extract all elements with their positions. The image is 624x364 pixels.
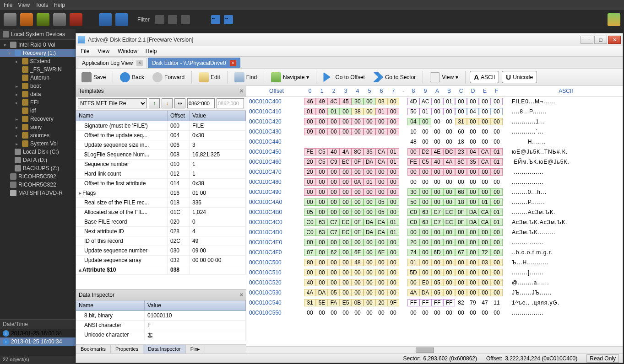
hex-byte[interactable]: 00 [316, 279, 328, 286]
hex-byte[interactable]: 00 [419, 229, 431, 236]
hex-byte[interactable]: 00 [479, 179, 491, 185]
template-row[interactable]: Base FILE record0200 [76, 217, 246, 227]
stop-icon[interactable] [70, 13, 82, 26]
hex-byte[interactable]: 46 [304, 98, 316, 105]
hex-byte[interactable]: 00 [304, 269, 316, 276]
hex-byte[interactable]: 00 [455, 269, 467, 276]
hex-byte[interactable]: 00 [455, 108, 467, 115]
hex-byte[interactable]: CA [479, 219, 491, 226]
hex-byte[interactable]: 00 [443, 310, 455, 316]
hex-byte[interactable]: 04 [467, 108, 479, 115]
hex-byte[interactable]: FE [407, 158, 419, 166]
hex-byte[interactable]: 00 [419, 310, 431, 316]
chart-icon[interactable] [608, 13, 620, 26]
hex-byte[interactable]: 00 [479, 279, 491, 286]
hex-byte[interactable]: 01 [387, 219, 399, 226]
inspector-grid[interactable]: Name Value 8 bit, binary01000110ANSI cha… [76, 300, 246, 344]
hex-byte[interactable]: 00 [455, 179, 467, 185]
template-row[interactable]: Hard link count0121 [76, 169, 246, 179]
hex-byte[interactable]: 00 [316, 209, 328, 216]
hex-byte[interactable]: 00 [467, 179, 479, 185]
hex-byte[interactable]: 38 [352, 108, 364, 115]
col-value[interactable]: Value [145, 300, 246, 310]
hex-byte[interactable]: 4A [407, 289, 419, 296]
hex-byte[interactable]: C5 [316, 148, 328, 155]
hex-byte[interactable]: D2 [419, 148, 431, 155]
hex-byte[interactable]: 18 [455, 139, 467, 145]
goto-offset-button[interactable]: Go to Offset [320, 70, 367, 84]
hex-byte[interactable]: 00 [491, 108, 503, 115]
hex-byte[interactable]: 00 [455, 310, 467, 316]
hex-byte[interactable]: 00 [443, 118, 455, 125]
hex-byte[interactable]: 00 [443, 179, 455, 185]
hex-byte[interactable]: 00 [467, 289, 479, 296]
hex-byte[interactable]: 00 [431, 239, 443, 246]
hex-byte[interactable]: 00 [375, 168, 387, 176]
hex-byte[interactable]: 4A [340, 148, 352, 155]
hex-byte[interactable]: 00 [352, 188, 364, 196]
link-button[interactable]: ⇔ [174, 98, 185, 108]
template-row[interactable]: Update sequence number03009 00 [76, 246, 246, 256]
hex-byte[interactable]: 00 [419, 139, 431, 145]
quickscan-icon[interactable] [20, 13, 33, 26]
hex-byte[interactable]: DA [467, 209, 479, 216]
hex-byte[interactable]: 20 [304, 158, 316, 166]
hex-byte[interactable]: 00 [443, 269, 455, 276]
hex-byte[interactable]: C7 [431, 219, 443, 226]
hex-byte[interactable]: EC [340, 219, 352, 226]
hex-byte[interactable]: 05 [328, 289, 340, 296]
hex-byte[interactable]: 00 [375, 178, 387, 186]
template-row[interactable]: Offset to the update seq...0040x30 [76, 131, 246, 140]
hex-byte[interactable]: 00 [455, 239, 467, 246]
tab-log-view[interactable]: Application Log View × [78, 58, 147, 68]
template-row[interactable]: $LogFile Sequence Num...00816,821,325 [76, 150, 246, 160]
hex-byte[interactable]: 45 [340, 98, 352, 105]
tree-item[interactable]: ▸sources [0, 131, 76, 139]
inspector-tab[interactable]: Bookmarks [76, 345, 111, 353]
hex-byte[interactable]: 00 [431, 198, 443, 206]
tree-item[interactable]: ▸System Vol [0, 139, 76, 148]
hex-byte[interactable]: C0 [407, 209, 419, 216]
menu-file[interactable]: File [4, 2, 12, 8]
hex-byte[interactable]: 31 [455, 118, 467, 125]
hex-byte[interactable]: 00 [375, 128, 387, 135]
expand-icon[interactable]: ▸ [16, 133, 20, 138]
hex-byte[interactable]: 00 [304, 188, 316, 196]
hex-byte[interactable]: 00 [340, 209, 352, 216]
tree-item[interactable]: RICOHR5C822 [0, 181, 76, 189]
hex-byte[interactable]: 00 [443, 188, 455, 196]
hex-byte[interactable]: 00 [352, 128, 364, 135]
menu-help[interactable]: Help [54, 2, 65, 8]
hex-byte[interactable]: 00 [328, 128, 340, 135]
expand-icon[interactable]: ▾ [4, 43, 8, 48]
hex-byte[interactable]: 00 [364, 98, 375, 105]
hex-byte[interactable]: 0F [352, 158, 364, 166]
template-row[interactable]: ID of this record02C49 [76, 236, 246, 246]
inner-menu-window[interactable]: Window [118, 48, 137, 54]
hex-byte[interactable]: 00 [364, 310, 375, 316]
hex-byte[interactable]: 31 [304, 299, 316, 306]
maximize-button[interactable]: □ [594, 36, 607, 44]
hex-byte[interactable]: 00 [491, 279, 503, 286]
tree-item[interactable]: idf [0, 107, 76, 115]
hex-byte[interactable]: 00 [407, 279, 419, 286]
hex-byte[interactable]: 00 [304, 118, 316, 125]
scrollbar-thumb[interactable] [416, 348, 434, 353]
hex-byte[interactable]: 6F [375, 249, 387, 256]
ascii-toggle[interactable]: AASCII [470, 71, 499, 83]
hex-byte[interactable]: 00 [467, 239, 479, 246]
hex-byte[interactable]: 50 [407, 198, 419, 206]
hex-byte[interactable]: 00 [491, 128, 503, 135]
hex-byte[interactable]: 00 [375, 279, 387, 286]
hex-byte[interactable]: 05 [375, 198, 387, 206]
hex-byte[interactable]: 00 [443, 229, 455, 236]
down-button[interactable]: ↓ [162, 98, 173, 108]
menu-tools[interactable]: Tools [35, 2, 48, 8]
hex-byte[interactable]: C5 [316, 158, 328, 166]
hex-byte[interactable]: E5 [340, 299, 352, 306]
hex-row[interactable]: 00C010C40046494C45300003004DAC0001000000… [246, 96, 623, 107]
template-select[interactable]: NTFS MFT File Re [78, 98, 147, 108]
hex-byte[interactable]: 00 [479, 310, 491, 316]
hex-byte[interactable]: 20 [375, 299, 387, 306]
hex-row[interactable]: 00C010C4A0000000000000050050000000180001… [246, 197, 623, 207]
